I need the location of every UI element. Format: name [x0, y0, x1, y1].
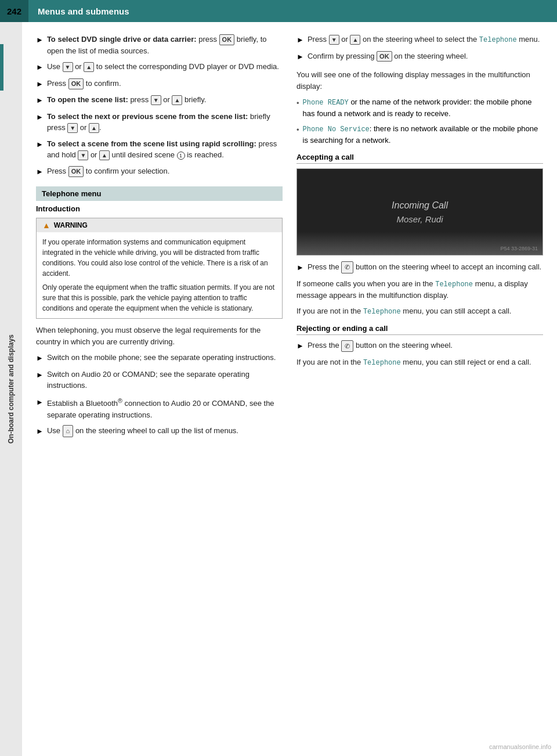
telephone-link: Telephone: [435, 280, 473, 289]
accept-call-btn: ✆: [341, 261, 353, 273]
list-item: ► To select the next or previous scene f…: [36, 111, 283, 134]
bullet6-bold: To select a scene from the scene list us…: [47, 139, 256, 148]
sidebar-label: On-board computer and displays: [7, 334, 15, 444]
list-item: ► To select DVD single drive or data car…: [36, 34, 283, 56]
accepting-call-heading: Accepting a call: [296, 153, 543, 164]
up-arrow-btn: ▲: [89, 123, 99, 133]
page-number: 242: [0, 0, 28, 22]
reject-para: If you are not in the Telephone menu, yo…: [296, 357, 543, 368]
sidebar-accent: [0, 44, 3, 91]
watermark: carmanualsonline.info: [489, 743, 551, 750]
incoming-call-image: Incoming Call Moser, Rudi P54 33-2869-31: [296, 168, 543, 255]
list-item: ► Press ▼ or ▲ on the steering wheel to …: [296, 34, 543, 46]
bullet1-bold: To select DVD single drive or data carri…: [47, 35, 197, 44]
telephone-menu-section: Telephone menu: [36, 186, 283, 201]
list-item: ► Switch on the mobile phone; see the se…: [36, 352, 283, 364]
bullet-arrow-icon: ►: [296, 51, 304, 63]
warning-label: WARNING: [54, 221, 88, 229]
dot-icon: •: [296, 98, 299, 109]
ok-button-inline: OK: [219, 34, 235, 45]
left-column: ► To select DVD single drive or data car…: [36, 34, 283, 442]
warning-header: ▲ WARNING: [37, 218, 282, 232]
bullet-arrow-icon: ►: [36, 34, 44, 46]
warning-para1: If you operate information systems and c…: [42, 237, 276, 279]
rejecting-call-heading: Rejecting or ending a call: [296, 324, 543, 335]
accept-para2: If you are not in the Telephone menu, yo…: [296, 305, 543, 317]
warning-box: ▲ WARNING If you operate information sys…: [36, 218, 283, 319]
telephone-link: Telephone: [363, 359, 401, 367]
bullet-arrow-icon: ►: [36, 369, 44, 381]
list-item: ► Confirm by pressing OK on the steering…: [296, 51, 543, 63]
bullet-arrow-icon: ►: [36, 95, 44, 106]
image-gradient: [297, 232, 542, 255]
accept-para1: If someone calls you when you are in the…: [296, 278, 543, 301]
header-title: Menus and submenus: [28, 0, 557, 22]
bullet-arrow-icon: ►: [36, 397, 44, 408]
up-arrow-btn: ▲: [99, 150, 110, 160]
incoming-call-title: Incoming Call: [392, 200, 448, 211]
telephone-link: Telephone: [479, 36, 517, 44]
up-arrow-btn: ▲: [84, 62, 94, 72]
down-arrow-btn: ▼: [63, 62, 73, 72]
list-item: ► Use ▼ or ▲ to select the corresponding…: [36, 61, 283, 73]
bullet-arrow-icon: ►: [296, 34, 304, 46]
bullet4-bold: To open the scene list:: [47, 95, 128, 104]
list-item: ► Press the ✆ button on the steering whe…: [296, 261, 543, 273]
phone-no-service-code: Phone No Service: [303, 125, 370, 134]
up-arrow-btn: ▲: [172, 95, 182, 105]
up-arrow-btn: ▲: [350, 35, 360, 45]
phone-ready-code: Phone READY: [303, 99, 349, 107]
sidebar: On-board computer and displays: [0, 22, 22, 756]
incoming-call-name: Moser, Rudi: [392, 214, 448, 224]
bullet-arrow-icon: ►: [36, 111, 44, 123]
list-item: • Phone No Service: there is no network …: [296, 123, 543, 146]
dot-icon: •: [296, 124, 299, 136]
down-arrow-btn: ▼: [78, 150, 88, 160]
list-item: ► Use ⌂ on the steering wheel to call up…: [36, 425, 283, 437]
display-para: You will see one of the following displa…: [296, 69, 543, 92]
bullet-arrow-icon: ►: [36, 78, 44, 90]
image-caption: P54 33-2869-31: [500, 246, 538, 251]
warning-body: If you operate information systems and c…: [37, 232, 282, 318]
bullet-arrow-icon: ►: [36, 352, 44, 364]
down-arrow-btn: ▼: [151, 95, 161, 105]
circle-number: 1: [177, 152, 185, 160]
ok-button-inline: OK: [377, 51, 392, 62]
bullet-arrow-icon: ►: [36, 166, 44, 178]
bullet-arrow-icon: ►: [296, 262, 304, 273]
ok-button-inline: OK: [68, 78, 84, 89]
list-item: ► Press OK to confirm your selection.: [36, 165, 283, 178]
down-arrow-btn: ▼: [67, 123, 78, 133]
below-warning-para: When telephoning, you must observe the l…: [36, 325, 283, 347]
list-item: ► Press OK to confirm.: [36, 78, 283, 90]
list-item: ► Establish a Bluetooth® connection to A…: [36, 396, 283, 420]
warning-triangle-icon: ▲: [42, 221, 50, 230]
reject-call-btn: ✆: [341, 340, 353, 352]
bullet-arrow-icon: ►: [36, 62, 44, 73]
down-arrow-btn: ▼: [329, 35, 339, 45]
list-item: ► Switch on Audio 20 or COMAND; see the …: [36, 369, 283, 391]
list-item: ► To open the scene list: press ▼ or ▲ b…: [36, 94, 283, 106]
ok-button-inline: OK: [68, 166, 84, 177]
list-item: ► Press the ✆ button on the steering whe…: [296, 340, 543, 352]
list-item: ► To select a scene from the scene list …: [36, 138, 283, 161]
telephone-link: Telephone: [363, 308, 401, 316]
introduction-title: Introduction: [36, 204, 283, 213]
bullet5-bold: To select the next or previous scene fro…: [47, 112, 248, 121]
bullet-arrow-icon: ►: [296, 340, 304, 352]
warning-para2: Only operate the equipment when the traf…: [42, 282, 276, 314]
bullet-arrow-icon: ►: [36, 426, 44, 437]
phone-icon-btn: ⌂: [63, 425, 74, 437]
list-item: • Phone READY or the name of the network…: [296, 96, 543, 120]
bullet-arrow-icon: ►: [36, 139, 44, 150]
right-column: ► Press ▼ or ▲ on the steering wheel to …: [296, 34, 543, 442]
